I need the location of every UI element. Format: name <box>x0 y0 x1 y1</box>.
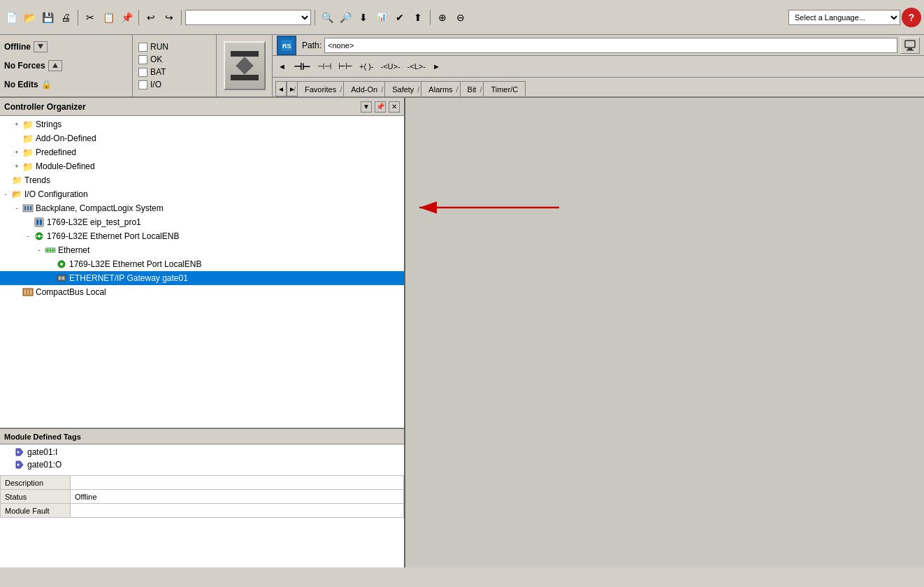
instr-contact[interactable]: ⊣⊢ <box>291 59 313 74</box>
instr-forward[interactable]: ► <box>430 59 444 74</box>
offline-dropdown[interactable] <box>34 41 48 52</box>
tree-item-addon[interactable]: 📁 Add-On-Defined <box>0 131 404 145</box>
redo-button[interactable]: ↪ <box>161 9 178 26</box>
svg-point-15 <box>38 235 41 238</box>
instr-coil3[interactable]: -<L>- <box>405 59 428 74</box>
routine-dropdown[interactable] <box>185 10 311 25</box>
info-value-description <box>71 476 404 490</box>
print-button[interactable]: 🖨 <box>57 9 74 26</box>
no-forces-dropdown[interactable] <box>48 60 62 71</box>
tree-item-module-defined[interactable]: + 📁 Module-Defined <box>0 159 404 173</box>
sep1 <box>78 10 78 25</box>
expander-io-config[interactable]: - <box>0 189 11 200</box>
bat-checkbox[interactable] <box>138 68 147 77</box>
expander-gateway[interactable] <box>45 273 56 284</box>
panel-collapse-btn[interactable]: ▼ <box>361 101 372 113</box>
copy-button[interactable]: 📋 <box>100 9 117 26</box>
tab-favorites[interactable]: Favorites <box>297 81 344 96</box>
expander-predefined[interactable]: + <box>11 147 22 158</box>
paste-button[interactable]: 📌 <box>118 9 135 26</box>
svg-rect-6 <box>907 50 914 51</box>
expander-module-defined[interactable]: + <box>11 161 22 172</box>
tree-item-1769-l32e-eth2[interactable]: 1769-L32E Ethernet Port LocalENB <box>0 257 404 271</box>
zoomin-button[interactable]: ⊕ <box>434 9 451 26</box>
verify-button[interactable]: ✔ <box>391 9 408 26</box>
save-button[interactable]: 💾 <box>39 9 56 26</box>
undo-button[interactable]: ↩ <box>143 9 159 26</box>
instr-coil2[interactable]: -<U>- <box>377 59 403 74</box>
search2-button[interactable]: 🔎 <box>337 9 354 26</box>
svg-point-23 <box>60 263 63 266</box>
tag-item-gate01i[interactable]: gate01:I <box>0 446 404 458</box>
search1-button[interactable]: 🔍 <box>319 9 335 26</box>
instr-coil1[interactable]: +( )- <box>356 59 376 74</box>
lock-icon: 🔒 <box>41 79 52 90</box>
tab-addon[interactable]: Add-On <box>343 81 385 96</box>
expander-ethernet[interactable]: - <box>34 245 45 256</box>
tab-alarms[interactable]: Alarms <box>421 81 460 96</box>
help-button[interactable]: ? <box>902 8 921 27</box>
monitor-button[interactable]: 📊 <box>373 9 390 26</box>
run-checkbox[interactable] <box>138 43 147 52</box>
tree-item-ethernet[interactable]: - Ethernet <box>0 243 404 257</box>
language-dropdown[interactable]: Select a Language... <box>788 10 900 25</box>
expander-1769-l32e[interactable] <box>22 217 34 228</box>
panel-pin-btn[interactable]: 📌 <box>375 101 386 113</box>
panel-title: Controller Organizer <box>4 102 358 112</box>
ok-checkbox[interactable] <box>138 55 147 64</box>
bottom-tree: gate01:I gate01:O <box>0 444 404 472</box>
instr-back[interactable]: ◄ <box>275 59 289 74</box>
folder-icon-module-defined: 📁 <box>22 161 34 172</box>
nav-back-arrow[interactable]: ◄ <box>275 81 287 96</box>
tab-timer[interactable]: Timer/C <box>483 81 526 96</box>
bat-label: BAT <box>150 67 166 77</box>
expander-1769-l32e-eth[interactable]: - <box>22 231 34 242</box>
controller-button[interactable] <box>224 41 266 90</box>
path-label: Path: <box>302 41 322 50</box>
tree-area[interactable]: + 📁 Strings 📁 Add-On-Defined + 📁 Predef <box>0 116 404 428</box>
expander-backplane[interactable]: - <box>11 203 22 214</box>
controller-area <box>217 35 273 96</box>
tree-item-gateway[interactable]: ETHERNET/IP Gateway gate01 <box>0 271 404 285</box>
tree-item-trends[interactable]: 📁 Trends <box>0 173 404 187</box>
path-network-button[interactable] <box>900 37 920 54</box>
main-area: Controller Organizer ▼ 📌 ✕ + 📁 Strings <box>0 98 924 567</box>
new-button[interactable]: 📄 <box>3 9 20 26</box>
instruction-toolbar: ◄ ⊣⊢ ⊣⊣ ⊢⊢ +( )- -<U>- -<L>- ► <box>273 56 924 77</box>
tree-item-io-config[interactable]: - 📂 I/O Configuration <box>0 187 404 201</box>
label-io-config: I/O Configuration <box>24 189 88 199</box>
expander-1769-l32e-eth2[interactable] <box>45 259 56 270</box>
open-button[interactable]: 📂 <box>21 9 38 26</box>
tab-safety[interactable]: Safety <box>384 81 421 96</box>
bat-checkbox-item: BAT <box>138 67 210 77</box>
cut-button[interactable]: ✂ <box>82 9 99 26</box>
io-checkbox[interactable] <box>138 80 147 89</box>
expander-trends[interactable] <box>0 175 11 186</box>
panel-close-btn[interactable]: ✕ <box>389 101 400 113</box>
tag-icon-gate01o <box>14 459 25 470</box>
expander-compactbus[interactable] <box>11 287 22 298</box>
instr-contact2[interactable]: ⊣⊣ <box>315 59 334 74</box>
instr-contact3[interactable]: ⊢⊢ <box>335 59 355 74</box>
tree-item-compactbus[interactable]: CompactBus Local <box>0 285 404 299</box>
tree-item-strings[interactable]: + 📁 Strings <box>0 117 404 131</box>
tree-item-backplane[interactable]: - Backplane, CompactLogix System <box>0 201 404 215</box>
svg-rect-10 <box>30 206 31 210</box>
tree-item-predefined[interactable]: + 📁 Predefined <box>0 145 404 159</box>
path-input[interactable] <box>324 38 897 53</box>
download-button[interactable]: ⬇ <box>355 9 372 26</box>
expander-strings[interactable]: + <box>11 119 22 130</box>
sep2 <box>138 10 139 25</box>
folder-icon-io-config: 📂 <box>11 189 22 200</box>
tree-item-1769-l32e-eth[interactable]: - 1769-L32E Ethernet Port LocalENB <box>0 229 404 243</box>
nav-forward-arrow[interactable]: ► <box>287 81 298 96</box>
tag-item-gate01o[interactable]: gate01:O <box>0 458 404 471</box>
nav-bar: ◄ ► Favorites Add-On Safety Alarms Bit <box>273 77 924 96</box>
upload-button[interactable]: ⬆ <box>410 9 426 26</box>
tree-item-1769-l32e[interactable]: 1769-L32E eip_test_pro1 <box>0 215 404 229</box>
info-table: Description Status Offline Module Fault <box>0 475 404 518</box>
zoomout-button[interactable]: ⊖ <box>452 9 469 26</box>
expander-addon[interactable] <box>11 133 22 144</box>
svg-rect-26 <box>62 277 64 280</box>
folder-icon-trends: 📁 <box>11 175 22 186</box>
